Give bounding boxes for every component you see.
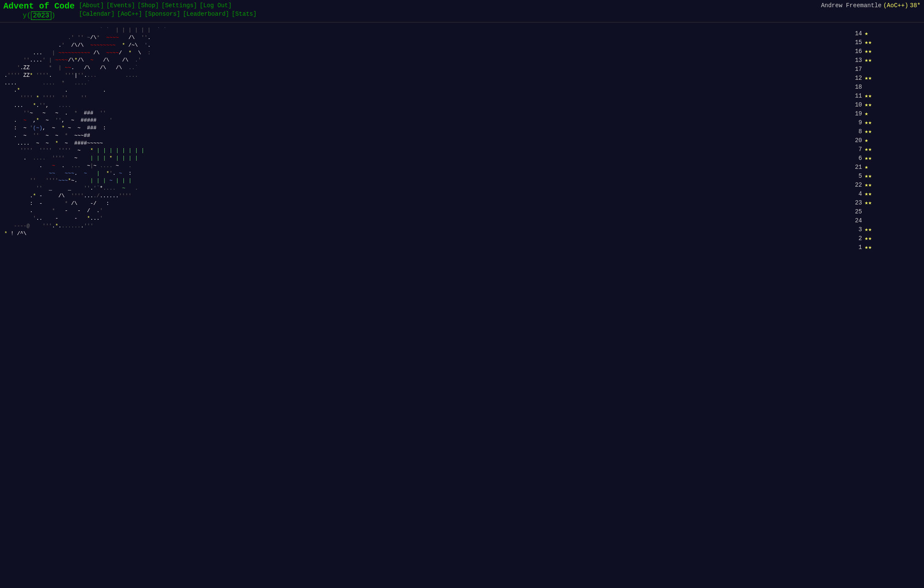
day-10-stars: ★★ — [865, 101, 872, 109]
day-21-label: 21 — [852, 163, 865, 172]
user-stars: 38* — [910, 2, 921, 10]
day-15-label: 15 — [852, 39, 865, 47]
day-13-label: 13 — [852, 56, 865, 65]
day-10: 10 ★★ — [852, 101, 924, 109]
nav: [About] [Events] [Shop] [Settings] [Log … — [79, 2, 257, 18]
nav-row-1: [About] [Events] [Shop] [Settings] [Log … — [79, 2, 257, 10]
day-17-label: 17 — [852, 65, 865, 74]
day-19-stars: ★ — [865, 110, 868, 118]
day-6: 6 ★★ — [852, 154, 924, 163]
day-4-label: 4 — [852, 190, 865, 199]
day-13: 13 ★★ — [852, 56, 924, 65]
day-18-label: 18 — [852, 83, 865, 92]
day-25-label: 25 — [852, 208, 865, 216]
day-1: 1 ★★ — [852, 243, 924, 252]
day-25: 25 — [852, 207, 924, 216]
day-24: 24 — [852, 216, 924, 225]
day-19-label: 19 — [852, 110, 865, 118]
day-9-label: 9 — [852, 119, 865, 127]
day-24-label: 24 — [852, 217, 865, 225]
nav-leaderboard[interactable]: [Leaderboard] — [183, 10, 229, 19]
day-16: 16 ★★ — [852, 47, 924, 56]
day-5-stars: ★★ — [865, 172, 872, 181]
nav-logout[interactable]: [Log Out] — [200, 2, 232, 10]
day-16-stars: ★★ — [865, 48, 872, 56]
day-7-stars: ★★ — [865, 146, 872, 154]
main-content: ` ` | | | | | | ` ` .' '' ~/\* ~~~~ /\ '… — [0, 22, 924, 256]
ascii-art-section: ` ` | | | | | | ` ` .' '' ~/\* ~~~~ /\ '… — [4, 27, 848, 252]
day-23-label: 23 — [852, 199, 865, 207]
day-18: 18 — [852, 83, 924, 92]
nav-aocpp[interactable]: [AoC++] — [117, 10, 142, 19]
nav-settings[interactable]: [Settings] — [161, 2, 197, 10]
day-4: 4 ★★ — [852, 190, 924, 199]
day-16-label: 16 — [852, 48, 865, 56]
day-12-label: 12 — [852, 74, 865, 83]
day-20-stars: ★ — [865, 137, 868, 145]
day-15-stars: ★★ — [865, 39, 872, 47]
day-9: 9 ★★ — [852, 118, 924, 127]
site-year: y(2023) — [3, 11, 75, 20]
day-23-stars: ★★ — [865, 199, 872, 207]
day-22-label: 22 — [852, 181, 865, 190]
user-badge: (AoC++) — [883, 2, 908, 10]
day-12: 12 ★★ — [852, 74, 924, 83]
day-3-label: 3 — [852, 226, 865, 234]
day-20: 20 ★ — [852, 136, 924, 145]
day-19: 19 ★ — [852, 109, 924, 118]
day-5-label: 5 — [852, 172, 865, 181]
day-9-stars: ★★ — [865, 119, 872, 127]
day-11-label: 11 — [852, 92, 865, 101]
day-21: 21 ★ — [852, 163, 924, 172]
day-8-label: 8 — [852, 128, 865, 136]
day-17: 17 — [852, 65, 924, 74]
day-22-stars: ★★ — [865, 181, 872, 190]
day-5: 5 ★★ — [852, 172, 924, 181]
day-13-stars: ★★ — [865, 56, 872, 65]
day-15: 15 ★★ — [852, 38, 924, 47]
day-6-label: 6 — [852, 154, 865, 163]
day-21-stars: ★ — [865, 163, 868, 172]
day-12-stars: ★★ — [865, 74, 872, 83]
day-1-label: 1 — [852, 244, 865, 252]
day-2-label: 2 — [852, 235, 865, 243]
day-11-stars: ★★ — [865, 92, 872, 101]
day-2-stars: ★★ — [865, 235, 872, 243]
day-6-stars: ★★ — [865, 154, 872, 163]
day-11: 11 ★★ — [852, 92, 924, 101]
day-1-stars: ★★ — [865, 244, 872, 252]
day-4-stars: ★★ — [865, 190, 872, 199]
day-10-label: 10 — [852, 101, 865, 109]
day-22: 22 ★★ — [852, 181, 924, 190]
username: Andrew Freemantle — [821, 2, 882, 10]
day-7: 7 ★★ — [852, 145, 924, 154]
day-20-label: 20 — [852, 137, 865, 145]
day-14-label: 14 — [852, 30, 865, 38]
site-title: Advent of Code — [3, 2, 75, 11]
days-sidebar: 14 ★ 15 ★★ 16 ★★ 13 ★★ 17 12 ★★ 18 11 — [848, 27, 924, 252]
day-2: 2 ★★ — [852, 234, 924, 243]
nav-sponsors[interactable]: [Sponsors] — [145, 10, 180, 19]
day-14-stars: ★ — [865, 30, 868, 38]
nav-row-2: [Calendar] [AoC++] [Sponsors] [Leaderboa… — [79, 10, 257, 19]
day-8-stars: ★★ — [865, 128, 872, 136]
nav-stats[interactable]: [Stats] — [232, 10, 257, 19]
nav-shop[interactable]: [Shop] — [137, 2, 159, 10]
day-14: 14 ★ — [852, 29, 924, 38]
user-info: Andrew Freemantle (AoC++) 38* — [821, 2, 921, 10]
site-title-block: Advent of Code y(2023) — [3, 2, 75, 20]
day-7-label: 7 — [852, 146, 865, 154]
day-3: 3 ★★ — [852, 225, 924, 234]
day-3-stars: ★★ — [865, 226, 872, 234]
ascii-art: ` ` | | | | | | ` ` .' '' ~/\* ~~~~ /\ '… — [4, 27, 848, 238]
nav-calendar[interactable]: [Calendar] — [79, 10, 115, 19]
nav-events[interactable]: [Events] — [106, 2, 135, 10]
nav-about[interactable]: [About] — [79, 2, 104, 10]
day-8: 8 ★★ — [852, 127, 924, 136]
header: Advent of Code y(2023) [About] [Events] … — [0, 0, 924, 22]
day-23: 23 ★★ — [852, 199, 924, 207]
